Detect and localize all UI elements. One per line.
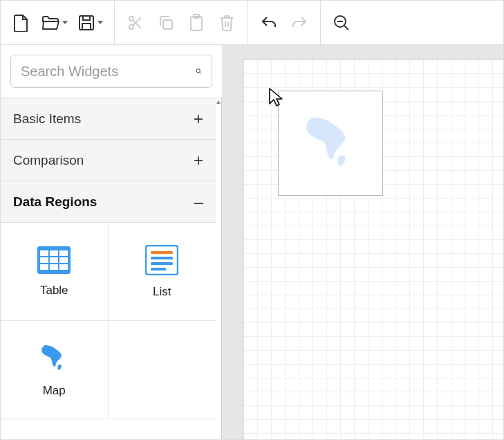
widget-empty (109, 321, 216, 419)
svg-rect-21 (151, 257, 173, 259)
redo-button[interactable] (284, 8, 315, 38)
svg-rect-17 (50, 264, 58, 270)
canvas-area[interactable] (222, 45, 503, 439)
file-icon (13, 14, 30, 32)
folder-open-icon (41, 15, 59, 30)
svg-rect-4 (163, 20, 172, 29)
svg-rect-10 (40, 250, 48, 256)
section-label: Comparison (13, 153, 84, 168)
svg-rect-20 (151, 251, 173, 254)
map-icon (38, 342, 70, 374)
plus-icon: + (194, 151, 203, 170)
widget-map[interactable]: Map (1, 321, 109, 419)
zoom-out-button[interactable] (326, 8, 357, 38)
svg-point-2 (129, 17, 133, 21)
history-group (248, 1, 321, 44)
scissors-icon (127, 15, 144, 31)
svg-rect-1 (82, 24, 91, 30)
scrollbar[interactable] (216, 98, 221, 113)
file-group (1, 1, 115, 44)
svg-point-3 (129, 25, 133, 29)
open-button[interactable] (37, 8, 73, 38)
paste-button[interactable] (181, 8, 212, 38)
svg-rect-12 (59, 250, 68, 256)
redo-icon (291, 16, 308, 30)
view-group (321, 1, 362, 44)
minus-icon: – (194, 192, 203, 212)
table-icon (37, 246, 71, 274)
widget-panel: Basic Items + Comparison + Data Regions … (1, 98, 222, 439)
toolbar (1, 1, 503, 45)
delete-button[interactable] (212, 8, 242, 38)
widget-list[interactable]: List (109, 223, 216, 321)
widget-grid: Table List (1, 223, 216, 419)
section-label: Data Regions (13, 194, 97, 210)
dropped-map-widget[interactable] (278, 91, 383, 196)
trash-icon (219, 15, 234, 31)
sidebar: Basic Items + Comparison + Data Regions … (1, 45, 222, 439)
save-button[interactable] (73, 8, 109, 38)
cut-button[interactable] (120, 8, 151, 38)
copy-icon (158, 15, 174, 31)
clipboard-icon (189, 14, 204, 32)
svg-point-8 (196, 69, 200, 73)
widget-label: Table (40, 284, 68, 297)
section-comparison[interactable]: Comparison + (1, 140, 216, 181)
main: Basic Items + Comparison + Data Regions … (1, 45, 503, 439)
search-icon (196, 64, 202, 79)
map-preview-icon (299, 112, 362, 174)
widget-table[interactable]: Table (1, 223, 109, 321)
list-icon (145, 245, 178, 275)
svg-rect-15 (59, 257, 68, 263)
search-box[interactable] (10, 55, 212, 88)
section-label: Basic Items (13, 111, 81, 127)
search-input[interactable] (21, 64, 196, 80)
undo-button[interactable] (254, 8, 284, 38)
edit-group (115, 1, 248, 44)
widget-label: Map (43, 384, 66, 398)
section-basic-items[interactable]: Basic Items + (1, 98, 216, 140)
save-icon (78, 15, 95, 31)
svg-rect-18 (59, 264, 68, 270)
undo-icon (261, 16, 277, 30)
new-button[interactable] (6, 8, 37, 38)
svg-rect-11 (50, 250, 58, 256)
svg-rect-16 (40, 264, 48, 270)
zoom-out-icon (333, 15, 350, 31)
section-data-regions[interactable]: Data Regions – (1, 181, 216, 223)
chevron-down-icon (97, 21, 103, 24)
svg-rect-14 (50, 257, 58, 263)
widget-label: List (153, 285, 171, 299)
svg-rect-22 (151, 262, 173, 265)
design-canvas[interactable] (243, 59, 503, 439)
svg-rect-13 (40, 257, 48, 263)
svg-rect-23 (151, 268, 166, 271)
plus-icon: + (194, 109, 203, 129)
chevron-down-icon (62, 21, 68, 24)
search-wrap (1, 45, 222, 98)
copy-button[interactable] (151, 8, 181, 38)
